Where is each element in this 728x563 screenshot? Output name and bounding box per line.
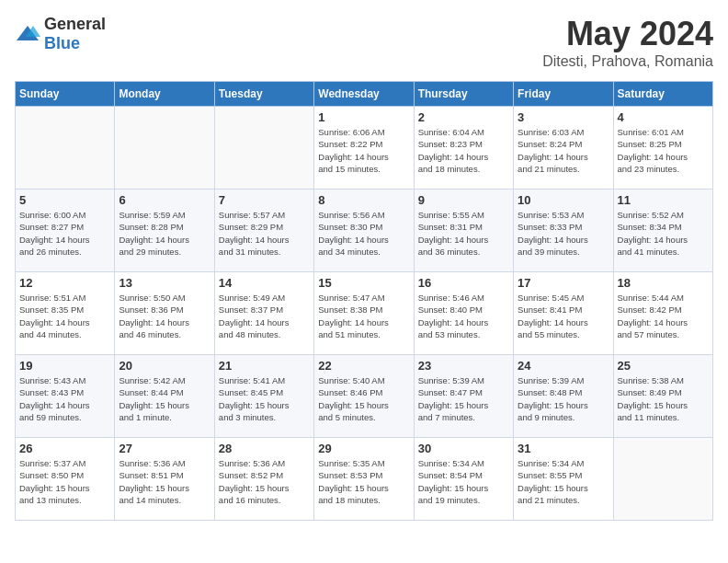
calendar-cell: [613, 438, 712, 521]
day-number: 16: [418, 276, 509, 290]
day-number: 18: [618, 276, 709, 290]
logo-general: General: [44, 15, 106, 33]
weekday-header-sunday: Sunday: [16, 82, 115, 107]
day-number: 21: [219, 359, 310, 373]
calendar-cell: 21Sunrise: 5:41 AM Sunset: 8:45 PM Dayli…: [214, 355, 313, 438]
calendar-week-2: 5Sunrise: 6:00 AM Sunset: 8:27 PM Daylig…: [16, 190, 713, 272]
day-info: Sunrise: 5:42 AM Sunset: 8:44 PM Dayligh…: [119, 374, 210, 423]
day-info: Sunrise: 5:40 AM Sunset: 8:46 PM Dayligh…: [318, 374, 409, 423]
day-info: Sunrise: 6:06 AM Sunset: 8:22 PM Dayligh…: [318, 126, 409, 175]
calendar-cell: 24Sunrise: 5:39 AM Sunset: 8:48 PM Dayli…: [514, 355, 613, 438]
day-number: 24: [518, 359, 609, 373]
day-number: 13: [119, 276, 210, 290]
day-number: 26: [19, 442, 110, 455]
calendar-week-4: 19Sunrise: 5:43 AM Sunset: 8:43 PM Dayli…: [16, 355, 713, 438]
day-info: Sunrise: 5:51 AM Sunset: 8:35 PM Dayligh…: [19, 292, 110, 340]
logo-text: General Blue: [44, 15, 106, 53]
logo-icon: [15, 24, 40, 44]
calendar-cell: 12Sunrise: 5:51 AM Sunset: 8:35 PM Dayli…: [16, 272, 115, 355]
calendar-cell: 17Sunrise: 5:45 AM Sunset: 8:41 PM Dayli…: [514, 272, 613, 355]
weekday-header-saturday: Saturday: [613, 82, 712, 107]
calendar-cell: 3Sunrise: 6:03 AM Sunset: 8:24 PM Daylig…: [514, 107, 613, 190]
calendar-cell: 4Sunrise: 6:01 AM Sunset: 8:25 PM Daylig…: [613, 107, 712, 190]
day-info: Sunrise: 5:55 AM Sunset: 8:31 PM Dayligh…: [418, 209, 509, 258]
day-info: Sunrise: 5:44 AM Sunset: 8:42 PM Dayligh…: [618, 292, 709, 340]
calendar-cell: 28Sunrise: 5:36 AM Sunset: 8:52 PM Dayli…: [214, 438, 313, 521]
day-number: 31: [518, 442, 609, 455]
calendar-cell: 18Sunrise: 5:44 AM Sunset: 8:42 PM Dayli…: [613, 272, 712, 355]
day-number: 29: [318, 442, 409, 455]
day-number: 17: [518, 276, 609, 290]
weekday-header-row: SundayMondayTuesdayWednesdayThursdayFrid…: [16, 82, 713, 107]
calendar-cell: [115, 107, 214, 190]
day-number: 9: [418, 193, 509, 207]
calendar-cell: [16, 107, 115, 190]
calendar-title: May 2024: [542, 15, 713, 53]
day-number: 19: [19, 359, 110, 373]
day-info: Sunrise: 5:43 AM Sunset: 8:43 PM Dayligh…: [19, 374, 110, 423]
day-info: Sunrise: 5:34 AM Sunset: 8:54 PM Dayligh…: [418, 457, 509, 506]
day-info: Sunrise: 5:50 AM Sunset: 8:36 PM Dayligh…: [119, 292, 210, 340]
day-info: Sunrise: 5:45 AM Sunset: 8:41 PM Dayligh…: [518, 292, 609, 340]
calendar-cell: 5Sunrise: 6:00 AM Sunset: 8:27 PM Daylig…: [16, 190, 115, 272]
day-number: 15: [318, 276, 409, 290]
day-info: Sunrise: 5:56 AM Sunset: 8:30 PM Dayligh…: [318, 209, 409, 258]
day-number: 3: [518, 110, 609, 124]
day-info: Sunrise: 5:49 AM Sunset: 8:37 PM Dayligh…: [219, 292, 310, 340]
day-number: 10: [518, 193, 609, 207]
day-info: Sunrise: 6:01 AM Sunset: 8:25 PM Dayligh…: [618, 126, 709, 175]
calendar-cell: 15Sunrise: 5:47 AM Sunset: 8:38 PM Dayli…: [314, 272, 414, 355]
day-info: Sunrise: 5:34 AM Sunset: 8:55 PM Dayligh…: [518, 457, 609, 506]
calendar-table: SundayMondayTuesdayWednesdayThursdayFrid…: [15, 81, 713, 521]
day-info: Sunrise: 5:38 AM Sunset: 8:49 PM Dayligh…: [618, 374, 709, 423]
calendar-location: Ditesti, Prahova, Romania: [542, 53, 713, 70]
day-number: 22: [318, 359, 409, 373]
calendar-cell: 9Sunrise: 5:55 AM Sunset: 8:31 PM Daylig…: [414, 190, 513, 272]
day-number: 4: [618, 110, 709, 124]
day-number: 12: [19, 276, 110, 290]
day-number: 7: [219, 193, 310, 207]
calendar-cell: 16Sunrise: 5:46 AM Sunset: 8:40 PM Dayli…: [414, 272, 513, 355]
day-info: Sunrise: 6:03 AM Sunset: 8:24 PM Dayligh…: [518, 126, 609, 175]
weekday-header-wednesday: Wednesday: [314, 82, 414, 107]
day-info: Sunrise: 5:35 AM Sunset: 8:53 PM Dayligh…: [318, 457, 409, 506]
calendar-cell: 7Sunrise: 5:57 AM Sunset: 8:29 PM Daylig…: [214, 190, 313, 272]
day-number: 14: [219, 276, 310, 290]
day-info: Sunrise: 5:47 AM Sunset: 8:38 PM Dayligh…: [318, 292, 409, 340]
page-header: General Blue May 2024 Ditesti, Prahova, …: [15, 15, 713, 70]
day-info: Sunrise: 5:59 AM Sunset: 8:28 PM Dayligh…: [119, 209, 210, 258]
day-number: 30: [418, 442, 509, 455]
day-number: 2: [418, 110, 509, 124]
day-number: 5: [19, 193, 110, 207]
calendar-cell: 22Sunrise: 5:40 AM Sunset: 8:46 PM Dayli…: [314, 355, 414, 438]
calendar-cell: 20Sunrise: 5:42 AM Sunset: 8:44 PM Dayli…: [115, 355, 214, 438]
calendar-cell: 25Sunrise: 5:38 AM Sunset: 8:49 PM Dayli…: [613, 355, 712, 438]
day-number: 6: [119, 193, 210, 207]
calendar-cell: 1Sunrise: 6:06 AM Sunset: 8:22 PM Daylig…: [314, 107, 414, 190]
day-info: Sunrise: 5:36 AM Sunset: 8:52 PM Dayligh…: [219, 457, 310, 506]
calendar-cell: 29Sunrise: 5:35 AM Sunset: 8:53 PM Dayli…: [314, 438, 414, 521]
day-info: Sunrise: 5:39 AM Sunset: 8:47 PM Dayligh…: [418, 374, 509, 423]
day-number: 23: [418, 359, 509, 373]
calendar-cell: 26Sunrise: 5:37 AM Sunset: 8:50 PM Dayli…: [16, 438, 115, 521]
day-number: 20: [119, 359, 210, 373]
calendar-cell: 2Sunrise: 6:04 AM Sunset: 8:23 PM Daylig…: [414, 107, 513, 190]
day-info: Sunrise: 5:41 AM Sunset: 8:45 PM Dayligh…: [219, 374, 310, 423]
day-number: 27: [119, 442, 210, 455]
title-block: May 2024 Ditesti, Prahova, Romania: [542, 15, 713, 70]
calendar-cell: 11Sunrise: 5:52 AM Sunset: 8:34 PM Dayli…: [613, 190, 712, 272]
calendar-week-1: 1Sunrise: 6:06 AM Sunset: 8:22 PM Daylig…: [16, 107, 713, 190]
calendar-cell: 30Sunrise: 5:34 AM Sunset: 8:54 PM Dayli…: [414, 438, 513, 521]
logo-blue: Blue: [44, 34, 80, 52]
calendar-cell: 8Sunrise: 5:56 AM Sunset: 8:30 PM Daylig…: [314, 190, 414, 272]
day-number: 1: [318, 110, 409, 124]
calendar-cell: 13Sunrise: 5:50 AM Sunset: 8:36 PM Dayli…: [115, 272, 214, 355]
day-info: Sunrise: 6:04 AM Sunset: 8:23 PM Dayligh…: [418, 126, 509, 175]
day-info: Sunrise: 5:39 AM Sunset: 8:48 PM Dayligh…: [518, 374, 609, 423]
calendar-cell: 14Sunrise: 5:49 AM Sunset: 8:37 PM Dayli…: [214, 272, 313, 355]
weekday-header-tuesday: Tuesday: [214, 82, 313, 107]
day-number: 25: [618, 359, 709, 373]
day-number: 28: [219, 442, 310, 455]
calendar-cell: 19Sunrise: 5:43 AM Sunset: 8:43 PM Dayli…: [16, 355, 115, 438]
day-info: Sunrise: 5:52 AM Sunset: 8:34 PM Dayligh…: [618, 209, 709, 258]
